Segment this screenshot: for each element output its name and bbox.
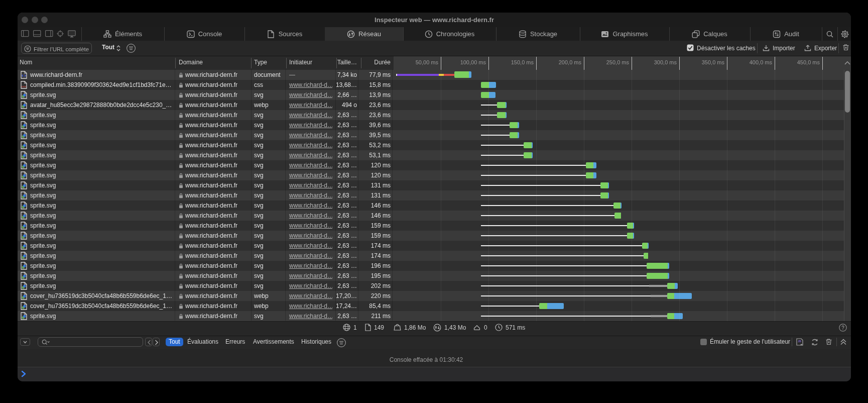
svg-text:css: css (21, 85, 27, 88)
svg-text:?: ? (841, 325, 844, 331)
svg-text:JS: JS (798, 340, 801, 343)
